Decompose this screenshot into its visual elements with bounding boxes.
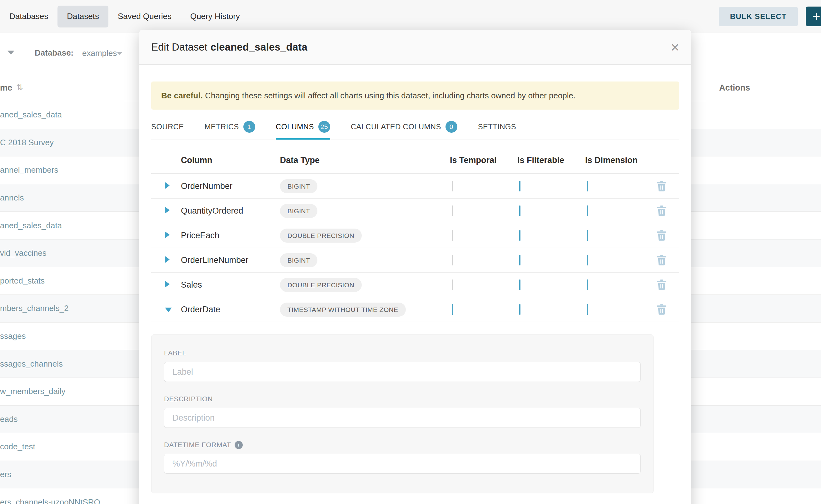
modal-body: Be careful. Changing these settings will… — [139, 82, 691, 493]
plus-icon: + — [813, 9, 820, 24]
nav-tab-label: Query History — [190, 12, 240, 21]
tab-calculated-columns[interactable]: CALCULATED COLUMNS0 — [351, 115, 458, 140]
is-filterable-checkbox[interactable] — [519, 255, 521, 265]
is-dimension-checkbox[interactable] — [587, 279, 588, 290]
column-name: OrderDate — [181, 305, 280, 314]
is-dimension-header: Is Dimension — [585, 156, 651, 165]
expand-caret-icon[interactable] — [165, 231, 170, 238]
is-temporal-checkbox[interactable] — [452, 279, 453, 290]
modal-title-prefix: Edit Dataset — [151, 41, 207, 53]
description-field: DESCRIPTION — [164, 395, 641, 428]
edit-dataset-modal: Edit Datasetcleaned_sales_data × Be care… — [139, 30, 691, 504]
column-detail-panel: LABEL DESCRIPTION DATETIME FORMAT i — [151, 334, 654, 493]
tab-metrics[interactable]: METRICS1 — [204, 115, 255, 140]
expand-caret-icon[interactable] — [165, 207, 170, 214]
label-field-label: LABEL — [164, 349, 641, 357]
expand-caret-icon[interactable] — [165, 308, 172, 312]
column-row: OrderDate TIMESTAMP WITHOUT TIME ZONE — [151, 297, 679, 322]
column-name: PriceEach — [181, 231, 280, 240]
column-header: Column — [181, 156, 280, 165]
modal-title-dataset-name: cleaned_sales_data — [210, 41, 307, 53]
is-filterable-header: Is Filterable — [517, 156, 585, 165]
bulk-select-button[interactable]: BULK SELECT — [719, 7, 798, 26]
is-temporal-checkbox[interactable] — [452, 230, 453, 241]
delete-icon[interactable] — [657, 304, 667, 315]
expand-caret-icon[interactable] — [165, 182, 170, 189]
tab-label: CALCULATED COLUMNS — [351, 122, 441, 131]
column-name: OrderNumber — [181, 181, 280, 191]
is-dimension-checkbox[interactable] — [587, 230, 588, 241]
column-name: OrderLineNumber — [181, 255, 280, 265]
datetime-format-field: DATETIME FORMAT i — [164, 441, 641, 474]
column-row: OrderLineNumber BIGINT — [151, 248, 679, 273]
delete-icon[interactable] — [657, 180, 667, 192]
nav-tab-query-history[interactable]: Query History — [181, 6, 249, 27]
nav-tab-label: Databases — [9, 12, 48, 21]
is-filterable-checkbox[interactable] — [519, 181, 521, 191]
tab-label: COLUMNS — [276, 122, 314, 131]
data-type-pill: DOUBLE PRECISION — [280, 278, 362, 292]
tab-label: METRICS — [204, 122, 239, 131]
nav-tab-databases[interactable]: Databases — [0, 6, 57, 27]
tab-label: SETTINGS — [478, 122, 516, 131]
is-temporal-checkbox[interactable] — [452, 304, 453, 315]
column-row: QuantityOrdered BIGINT — [151, 199, 679, 223]
tab-columns[interactable]: COLUMNS25 — [276, 115, 330, 140]
nav-tab-datasets[interactable]: Datasets — [57, 6, 108, 27]
nav-tab-label: Saved Queries — [118, 12, 171, 21]
close-icon[interactable]: × — [671, 40, 679, 54]
nav-tab-label: Datasets — [67, 12, 99, 21]
delete-icon[interactable] — [657, 279, 667, 290]
label-input[interactable] — [164, 362, 641, 382]
metrics-count-badge: 1 — [243, 121, 255, 133]
warning-banner: Be careful. Changing these settings will… — [151, 82, 679, 110]
datetime-format-field-label: DATETIME FORMAT i — [164, 441, 641, 449]
label-field: LABEL — [164, 349, 641, 382]
is-temporal-checkbox[interactable] — [452, 205, 453, 216]
column-row: OrderNumber BIGINT — [151, 174, 679, 199]
modal-tabs: SOURCE METRICS1 COLUMNS25 CALCULATED COL… — [151, 115, 679, 140]
is-dimension-checkbox[interactable] — [587, 205, 588, 216]
is-dimension-checkbox[interactable] — [587, 181, 588, 191]
columns-count-badge: 25 — [318, 121, 330, 133]
modal-title: Edit Datasetcleaned_sales_data — [151, 41, 307, 53]
is-temporal-checkbox[interactable] — [452, 255, 453, 265]
warning-text: Changing these settings will affect all … — [203, 91, 576, 100]
is-filterable-checkbox[interactable] — [519, 304, 521, 315]
datetime-format-label-text: DATETIME FORMAT — [164, 441, 231, 449]
is-filterable-checkbox[interactable] — [519, 205, 521, 216]
is-filterable-checkbox[interactable] — [519, 279, 521, 290]
is-temporal-header: Is Temporal — [450, 156, 517, 165]
expand-caret-icon[interactable] — [165, 281, 170, 288]
delete-icon[interactable] — [657, 254, 667, 266]
description-input[interactable] — [164, 408, 641, 428]
datetime-format-input[interactable] — [164, 454, 641, 474]
tab-source[interactable]: SOURCE — [151, 115, 184, 140]
delete-icon[interactable] — [657, 205, 667, 216]
tab-settings[interactable]: SETTINGS — [478, 115, 516, 140]
expand-caret-icon[interactable] — [165, 256, 170, 263]
columns-table-header: Column Data Type Is Temporal Is Filterab… — [151, 156, 679, 174]
column-row: Sales DOUBLE PRECISION — [151, 273, 679, 297]
tab-label: SOURCE — [151, 122, 184, 131]
data-type-pill: BIGINT — [280, 204, 317, 218]
column-name: QuantityOrdered — [181, 206, 280, 216]
modal-header: Edit Datasetcleaned_sales_data × — [139, 30, 691, 65]
top-navigation: Databases Datasets Saved Queries Query H… — [0, 0, 821, 33]
data-type-pill: TIMESTAMP WITHOUT TIME ZONE — [280, 303, 406, 317]
is-dimension-checkbox[interactable] — [587, 255, 588, 265]
is-temporal-checkbox[interactable] — [452, 181, 453, 191]
warning-bold-text: Be careful. — [161, 91, 203, 100]
info-icon[interactable]: i — [235, 441, 243, 449]
delete-icon[interactable] — [657, 230, 667, 241]
column-name: Sales — [181, 280, 280, 290]
is-dimension-checkbox[interactable] — [587, 304, 588, 315]
add-dataset-button[interactable]: + — [806, 7, 821, 26]
data-type-pill: BIGINT — [280, 253, 317, 267]
data-type-pill: BIGINT — [280, 179, 317, 193]
nav-tab-saved-queries[interactable]: Saved Queries — [108, 6, 181, 27]
calculated-columns-count-badge: 0 — [446, 121, 458, 133]
data-type-pill: DOUBLE PRECISION — [280, 229, 362, 243]
is-filterable-checkbox[interactable] — [519, 230, 521, 241]
column-row: PriceEach DOUBLE PRECISION — [151, 223, 679, 248]
